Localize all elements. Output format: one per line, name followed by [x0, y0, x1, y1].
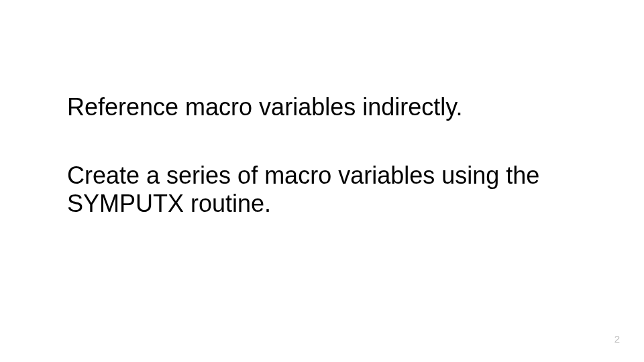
paragraph-1: Reference macro variables indirectly. [67, 93, 577, 121]
page-number: 2 [614, 333, 620, 345]
paragraph-2: Create a series of macro variables using… [67, 162, 577, 217]
slide-content: Reference macro variables indirectly. Cr… [67, 93, 577, 217]
